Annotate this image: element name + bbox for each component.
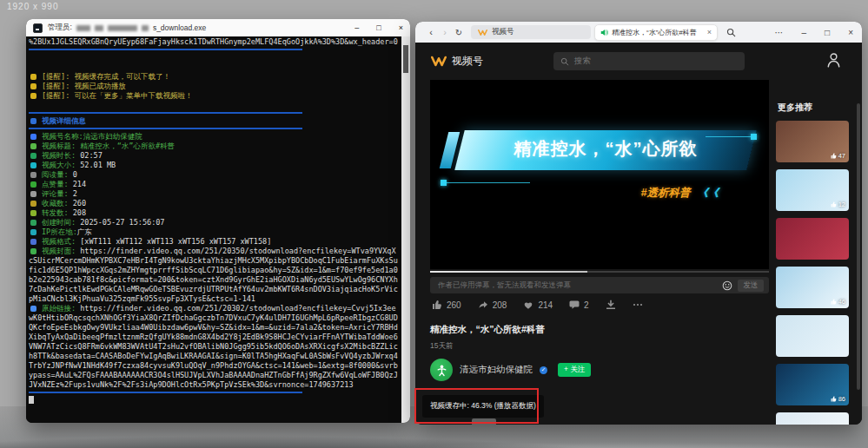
action-count: 214 bbox=[538, 300, 553, 310]
emoji-icon[interactable] bbox=[722, 280, 732, 291]
video-timestamp: 15天前 bbox=[430, 341, 453, 352]
like-icon bbox=[30, 181, 36, 188]
more-icon bbox=[633, 300, 643, 310]
thumb-up-icon bbox=[432, 300, 442, 310]
terminal-info-line: IP所在地:广东 bbox=[29, 227, 399, 237]
chart-icon bbox=[30, 118, 36, 124]
terminal-titlebar[interactable]: 管理员: s_download.exe – □ × bbox=[26, 19, 410, 36]
terminal-info-line: 创建时间: 2025-05-27 15:56:07 bbox=[29, 218, 399, 227]
thumbnail-like-count: 46 bbox=[831, 298, 845, 306]
desktop-resolution-label: 1920 x 990 bbox=[7, 2, 59, 11]
tab-channels-home[interactable]: 视频号 bbox=[471, 25, 591, 39]
globe-icon bbox=[30, 229, 36, 235]
follow-button[interactable]: + 关注 bbox=[558, 363, 591, 377]
redacted-text bbox=[108, 25, 137, 31]
user-icon bbox=[30, 134, 36, 140]
verified-badge-icon: ✓ bbox=[540, 366, 547, 374]
terminal-info-line: 点赞量: 214 bbox=[29, 180, 399, 189]
recommend-thumbnail[interactable] bbox=[776, 218, 849, 260]
action-count: 2 bbox=[584, 300, 589, 310]
share-action[interactable]: 208 bbox=[478, 300, 507, 310]
thumbnail-like-count: 86 bbox=[831, 395, 845, 403]
download-action[interactable] bbox=[606, 300, 616, 310]
bulb-icon bbox=[30, 74, 36, 80]
terminal-info-line: 转发数: 208 bbox=[29, 208, 399, 218]
tab-active-video[interactable]: 精准控水，“水”心所欲#科普 × bbox=[594, 24, 718, 41]
brand-label: 视频号 bbox=[452, 54, 483, 69]
terminal-separator bbox=[29, 390, 399, 396]
terminal-info-line: 视频时长: 02:57 bbox=[29, 151, 399, 161]
channels-logo-icon bbox=[431, 56, 447, 67]
recommendations-title: 更多推荐 bbox=[778, 102, 851, 114]
minimize-icon[interactable]: – bbox=[354, 23, 359, 32]
download-icon bbox=[606, 300, 616, 310]
maximize-icon[interactable]: □ bbox=[825, 28, 830, 37]
terminal-blank-line bbox=[29, 63, 399, 72]
maximize-icon[interactable]: □ bbox=[376, 23, 381, 32]
time-icon bbox=[30, 220, 36, 226]
close-icon[interactable]: × bbox=[848, 28, 853, 37]
terminal-cursor bbox=[29, 396, 399, 406]
banner-tag-row: #透析科普 《《 bbox=[430, 184, 769, 201]
search-input[interactable]: 搜索 bbox=[553, 52, 745, 70]
format-icon bbox=[30, 239, 36, 245]
recommend-thumbnail[interactable] bbox=[776, 412, 849, 425]
search-icon bbox=[560, 57, 569, 66]
more-action[interactable] bbox=[633, 300, 643, 310]
heart-action[interactable]: 214 bbox=[523, 300, 553, 310]
channel-name[interactable]: 清远市妇幼保健院 bbox=[460, 364, 533, 376]
terminal-window: 管理员: s_download.exe – □ × %2BUx1JGLSEQRx… bbox=[26, 19, 410, 423]
recommend-thumbnail[interactable]: 12 bbox=[776, 169, 849, 211]
wechat-channels-window: ‹ › ↻ 视频号 精准控水，“水”心所欲#科普 × ⋯ – □ × 视频号 bbox=[415, 22, 862, 425]
refresh-icon[interactable]: ↻ bbox=[452, 28, 466, 37]
terminal-scrollbar-thumb[interactable] bbox=[403, 45, 408, 73]
clock-icon bbox=[30, 153, 36, 159]
close-icon[interactable]: × bbox=[399, 23, 403, 32]
star-icon bbox=[30, 201, 36, 207]
comment-action[interactable]: 2 bbox=[569, 300, 589, 310]
recommend-thumbnail[interactable]: 46 bbox=[776, 267, 849, 308]
terminal-scrollbar[interactable] bbox=[401, 36, 410, 423]
video-progress-bar[interactable] bbox=[430, 271, 769, 273]
search-icon[interactable] bbox=[726, 28, 736, 37]
menu-icon[interactable]: ⋯ bbox=[775, 28, 784, 37]
video-player[interactable]: 精准控水，“水”心所欲 #透析科普 《《 bbox=[430, 80, 769, 269]
terminal-info-line: 阅读量: 0 bbox=[29, 170, 399, 180]
terminal-info-line: 视频标题: 精准控水，“水”心所欲#科普 bbox=[29, 142, 399, 151]
video-banner-title: 精准控水，“水”心所欲 bbox=[461, 137, 750, 161]
comment-icon bbox=[30, 191, 36, 197]
highlight-annotation-box bbox=[414, 388, 539, 424]
forward-icon[interactable]: › bbox=[438, 27, 452, 37]
channels-brand[interactable]: 视频号 bbox=[431, 54, 483, 69]
terminal-blank-line bbox=[29, 53, 399, 63]
tab-active-label: 精准控水，“水”心所欲#科普 bbox=[612, 28, 704, 37]
send-button[interactable]: 发送 bbox=[738, 280, 764, 292]
redacted-text bbox=[142, 25, 149, 31]
back-icon[interactable]: ‹ bbox=[424, 27, 438, 37]
deco-line bbox=[447, 182, 530, 183]
close-icon[interactable]: × bbox=[707, 28, 712, 36]
thumb-up-action[interactable]: 260 bbox=[432, 300, 461, 310]
video-title: 精准控水，“水”心所欲#科普 bbox=[430, 324, 545, 336]
terminal-info-line: 视频格式: [xWT111 xWT112 xWT113 xWT156 xWT15… bbox=[29, 237, 399, 247]
heart-icon bbox=[523, 300, 533, 310]
recommend-thumbnail[interactable]: 47 bbox=[776, 121, 849, 162]
terminal-reminder-line: [提醒]: 视频缓存完成，可以下载了！ bbox=[29, 72, 399, 82]
terminal-info-line: 评论量: 2 bbox=[29, 189, 399, 199]
channels-page: 视频号 搜索 精准控水，“水”心所欲 #透析科普 《《 作者已 bbox=[415, 43, 862, 425]
terminal-separator bbox=[29, 110, 399, 116]
eye-icon bbox=[30, 172, 36, 178]
deco-line bbox=[706, 136, 751, 137]
channel-avatar[interactable] bbox=[430, 359, 453, 381]
recommend-thumbnail[interactable] bbox=[776, 315, 849, 357]
danmaku-input[interactable]: 作者已停用弹幕，暂无法观看和发送弹幕 发送 bbox=[430, 277, 769, 293]
terminal-blank-line bbox=[29, 101, 399, 110]
minimize-icon[interactable]: – bbox=[802, 28, 807, 37]
recommendations-sidebar: 更多推荐 47124686 bbox=[776, 43, 851, 425]
bulb-icon bbox=[30, 93, 36, 99]
terminal-reminder-line: [提醒]: 视频已成功播放 bbox=[29, 82, 399, 91]
recommend-thumbnail[interactable]: 86 bbox=[776, 364, 849, 405]
terminal-info-line: 原始链接: https://finder.video.qq.com/251/20… bbox=[29, 304, 399, 390]
page-scrollbar[interactable] bbox=[857, 103, 860, 390]
share-icon bbox=[478, 300, 488, 310]
